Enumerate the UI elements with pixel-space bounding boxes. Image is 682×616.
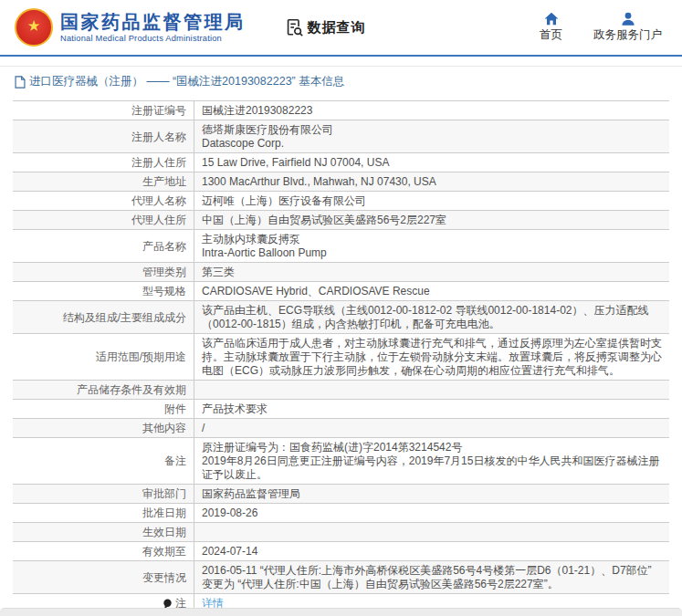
row-value-line: / [202,422,662,435]
row-value-line: CARDIOSAVE Hybrid、CARDIOSAVE Rescue [202,285,662,298]
row-value: 原注册证编号为：国食药监械(进)字2014第3214542号2019年8月26日… [194,438,669,484]
agency-title-block: 国家药品监督管理局 National Medical Products Admi… [60,12,246,43]
row-label-text: 产品储存条件及有效期 [77,383,186,397]
home-icon [544,12,559,26]
row-label: 审批部门 [13,485,194,503]
row-label: 生产地址 [13,172,194,191]
table-row: 批准日期2019-08-26 [13,504,669,523]
row-label-text: 审批部门 [142,487,186,501]
row-label: 适用范围/预期用途 [13,334,194,380]
row-label-text: 生效日期 [142,526,186,539]
row-value: 2019-08-26 [194,504,669,522]
row-value: 中国（上海）自由贸易试验区美盛路56号2层227室 [194,211,669,229]
row-value: 国械注进20193082223 [194,101,669,120]
header-nav: 首页 政务服务门户 [540,12,667,43]
data-query-button[interactable]: 数据查询 [284,17,366,37]
national-emblem-icon: ★ [15,8,53,47]
row-label: 有效期至 [13,542,194,560]
row-value-line: 15 Law Drive, Fairfield NJ 07004, USA [202,156,662,170]
row-value: 主动脉内球囊反搏泵Intra-Aortic Balloon Pump [194,230,669,262]
row-label: 型号规格 [13,282,194,300]
table-row: 结构及组成/主要组成成分该产品由主机、ECG导联线（主线0012-00-1812… [13,301,669,334]
row-value-line: 原注册证编号为：国食药监械(进)字2014第3214542号 [202,441,662,454]
page: ★ 国家药品监督管理局 National Medical Products Ad… [0,0,682,616]
row-label-text: 附件 [164,402,186,416]
breadcrumb-text: 进口医疗器械（注册） —— “国械注进20193082223” 基本信息 [29,74,344,89]
row-value-line: 第三类 [202,266,662,279]
row-value-line: 中国（上海）自由贸易试验区美盛路56号2层227室 [202,214,662,227]
row-label: 注册人住所 [13,153,194,172]
row-value [194,381,669,399]
row-label: 代理人名称 [13,192,194,210]
table-row: 变更情况2016-05-11 “代理人住所:上海市外高桥保税区美盛路56号4号楼… [13,561,669,594]
row-label: 生效日期 [13,523,194,541]
nav-gov-portal-label: 政务服务门户 [593,27,662,43]
row-label: 附件 [13,400,194,418]
row-label: 管理类别 [13,263,194,281]
row-value-line: 1300 MacArthur Blvd., Mahwah, NJ 07430, … [202,175,662,189]
row-label: 代理人住所 [13,211,194,229]
row-label: 其他内容 [13,419,194,437]
row-label: 注册证编号 [13,101,194,120]
row-label-text: 型号规格 [142,285,186,298]
row-value: 第三类 [194,263,669,281]
row-label-text: 备注 [164,454,186,468]
row-value: 德塔斯康医疗股份有限公司Datascope Corp. [194,120,669,152]
row-label-text: 适用范围/预期用途 [96,350,186,364]
row-label-text: 代理人住所 [131,214,186,227]
row-value [194,523,669,541]
table-row: 审批部门国家药品监督管理局 [13,485,669,504]
row-value-line: 德塔斯康医疗股份有限公司 [202,123,662,137]
row-value-line: 2016-05-11 “代理人住所:上海市外高桥保税区美盛路56号4号楼第一层D… [202,564,662,591]
table-row: 注册证编号国械注进20193082223 [13,101,669,120]
table-row: 产品储存条件及有效期 [13,381,669,400]
row-label-text: 结构及组成/主要组成成分 [63,311,186,325]
row-value: 该产品临床适用于成人患者，对主动脉球囊进行充气和排气，通过反搏原理为左心室提供暂… [194,334,669,380]
row-value: / [194,419,669,437]
row-value: 产品技术要求 [194,400,669,418]
row-label-text: 批准日期 [142,506,186,520]
row-label-text: 管理类别 [142,266,186,279]
table-row: 适用范围/预期用途该产品临床适用于成人患者，对主动脉球囊进行充气和排气，通过反搏… [13,334,669,381]
table-row: 附件产品技术要求 [13,400,669,419]
agency-title-en: National Medical Products Administration [60,34,246,43]
row-label-text: 生产地址 [142,175,186,189]
nav-item-home[interactable]: 首页 [540,12,562,43]
table-row: 型号规格CARDIOSAVE Hybrid、CARDIOSAVE Rescue [13,282,669,301]
row-value: 15 Law Drive, Fairfield NJ 07004, USA [194,153,669,172]
agency-title-cn: 国家药品监督管理局 [60,12,246,33]
document-search-icon [284,17,304,37]
table-row: 生效日期 [13,523,669,542]
row-label: 注册人名称 [13,120,194,152]
emblem-star-icon: ★ [26,18,40,34]
row-value: 1300 MacArthur Blvd., Mahwah, NJ 07430, … [194,172,669,191]
header: ★ 国家药品监督管理局 National Medical Products Ad… [0,0,682,57]
row-value-line: 迈柯唯（上海）医疗设备有限公司 [202,194,662,208]
data-query-label: 数据查询 [308,19,366,37]
footer-strip [0,608,682,616]
row-value: 国家药品监督管理局 [194,485,669,503]
row-value: 2024-07-14 [194,542,669,560]
row-value: CARDIOSAVE Hybrid、CARDIOSAVE Rescue [194,282,669,300]
nav-item-gov-portal[interactable]: 政务服务门户 [593,12,662,43]
table-row: 代理人名称迈柯唯（上海）医疗设备有限公司 [13,192,669,211]
row-label-text: 变更情况 [142,571,186,585]
row-value: 2016-05-11 “代理人住所:上海市外高桥保税区美盛路56号4号楼第一层D… [194,561,669,593]
row-label-text: 注册人名称 [131,131,186,144]
document-icon [15,76,26,89]
table-row: 产品名称主动脉内球囊反搏泵Intra-Aortic Balloon Pump [13,230,669,263]
row-label: 批准日期 [13,504,194,522]
row-value-line: 主动脉内球囊反搏泵 [202,233,662,246]
info-table: 注册证编号国械注进20193082223注册人名称德塔斯康医疗股份有限公司Dat… [13,100,669,613]
row-value: 该产品由主机、ECG导联线（主线0012-00-1812-02 导联线0012-… [194,301,669,333]
row-value-line: 2019年8月26日同意更正注册证编号内容，2019年7月15日核发的中华人民共… [202,454,662,482]
table-row: 有效期至2024-07-14 [13,542,669,561]
row-value-line: 国家药品监督管理局 [202,487,662,501]
table-row: 代理人住所中国（上海）自由贸易试验区美盛路56号2层227室 [13,211,669,230]
table-row: 注册人住所15 Law Drive, Fairfield NJ 07004, U… [13,153,669,172]
agency-logo: ★ 国家药品监督管理局 National Medical Products Ad… [15,8,246,47]
row-value: 迈柯唯（上海）医疗设备有限公司 [194,192,669,210]
row-label: 结构及组成/主要组成成分 [13,301,194,333]
row-label: 变更情况 [13,561,194,593]
user-icon [621,12,635,26]
